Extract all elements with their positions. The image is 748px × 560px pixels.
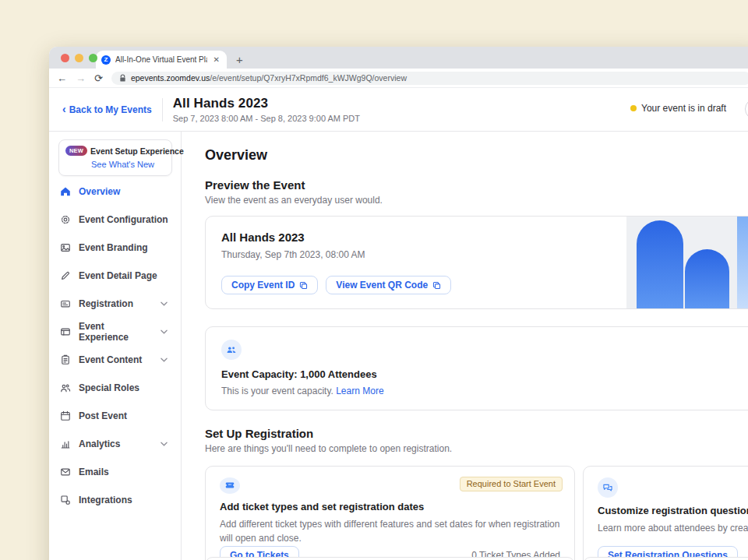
image-icon [60, 242, 71, 253]
new-badge: NEW [65, 146, 87, 156]
learn-more-link[interactable]: Learn More [336, 386, 383, 396]
sidebar-nav: Overview Event Configuration Event Brand… [58, 178, 172, 514]
registration-section-subtitle: Here are things you'll need to complete … [205, 443, 748, 454]
registration-questions-task-card: Customize registration questions Learn m… [583, 466, 748, 560]
publish-button[interactable] [745, 98, 748, 120]
sidebar-item-integrations[interactable]: Integrations [58, 486, 172, 514]
header-divider [162, 98, 163, 122]
browser-tab[interactable]: Z All-In-One Virtual Event Platfo ✕ [96, 51, 227, 69]
main-content: Overview Preview the Event View the even… [182, 132, 748, 560]
arch-shape [637, 220, 683, 308]
copy-event-id-button[interactable]: Copy Event ID [221, 276, 318, 294]
setup-experience-card: NEW Event Setup Experience See What's Ne… [58, 139, 172, 176]
people-icon [60, 382, 71, 393]
chevron-down-icon [161, 357, 168, 362]
tickets-task-card: Required to Start Event Add ticket types… [205, 466, 575, 560]
event-preview-card: All Hands 2023 Thursday, Sep 7th 2023, 0… [205, 216, 748, 309]
maximize-window-icon[interactable] [89, 54, 97, 62]
ticket-icon [220, 477, 240, 494]
chevron-down-icon [161, 301, 168, 306]
stage-icon [60, 326, 71, 337]
browser-tab-strip: Z All-In-One Virtual Event Platfo ✕ + [49, 47, 748, 69]
new-tab-button[interactable]: + [236, 53, 243, 66]
back-icon[interactable]: ← [57, 73, 67, 83]
event-title: All Hands 2023 [173, 96, 360, 111]
preview-section-subtitle: View the event as an everyday user would… [205, 195, 748, 206]
view-qr-code-button[interactable]: View Event QR Code [326, 276, 451, 294]
page-title: Overview [205, 147, 748, 164]
browser-toolbar: ← → ⟳ epevents.zoomdev.us/e/event/setup/… [49, 69, 748, 88]
task-title: Customize registration questions [598, 505, 748, 516]
required-badge: Required to Start Event [460, 477, 563, 491]
chevron-left-icon: ‹ [62, 104, 66, 114]
url-bar[interactable]: epevents.zoomdev.us/e/event/setup/Q7xryH… [111, 72, 748, 85]
calendar-icon [60, 410, 71, 421]
event-artwork [626, 217, 748, 308]
artwork-strip [737, 217, 748, 308]
see-whats-new-link[interactable]: See What's New [91, 160, 165, 169]
arch-shape [685, 249, 729, 308]
integrations-icon [60, 495, 71, 505]
copy-icon [432, 281, 441, 290]
minimize-window-icon[interactable] [75, 54, 83, 62]
task-description: Add different ticket types with differen… [220, 517, 560, 546]
window-controls[interactable] [61, 54, 97, 62]
preview-section-title: Preview the Event [205, 178, 748, 192]
event-header: ‹ Back to My Events All Hands 2023 Sep 7… [49, 88, 748, 132]
home-icon [60, 186, 71, 197]
browser-window: Z All-In-One Virtual Event Platfo ✕ + ← … [49, 47, 748, 560]
zoom-favicon-icon: Z [101, 55, 111, 65]
sidebar-item-emails[interactable]: Emails [58, 458, 172, 486]
sidebar-item-registration[interactable]: Registration [58, 290, 172, 318]
lock-icon [119, 74, 126, 83]
status-text: Your event is in draft [641, 103, 726, 114]
chat-bubbles-icon [598, 477, 618, 498]
tab-title: All-In-One Virtual Event Platfo [115, 55, 207, 64]
back-to-my-events-link[interactable]: ‹ Back to My Events [62, 104, 152, 115]
event-capacity-card: Event Capacity: 1,000 Attendees This is … [205, 326, 748, 410]
sidebar-item-analytics[interactable]: Analytics [58, 430, 172, 458]
sidebar-item-event-configuration[interactable]: Event Configuration [58, 206, 172, 234]
draft-status: Your event is in draft [630, 103, 726, 114]
clipboard-icon [60, 354, 71, 365]
gear-icon [60, 214, 71, 225]
task-card-partial [205, 557, 575, 560]
forward-icon[interactable]: → [76, 73, 86, 83]
sidebar-item-event-experience[interactable]: Event Experience [58, 318, 172, 346]
url-path: /e/event/setup/Q7xryH7xRpmdf6_kWJWg9Q/ov… [210, 73, 407, 83]
task-card-partial [583, 557, 748, 560]
close-tab-icon[interactable]: ✕ [212, 55, 221, 64]
card-icon [60, 298, 71, 309]
next-task-cards-partial [205, 557, 748, 560]
event-dates: Sep 7, 2023 8:00 AM - Sep 8, 2023 9:00 A… [173, 114, 360, 123]
capacity-title: Event Capacity: 1,000 Attendees [221, 368, 747, 380]
sidebar-item-post-event[interactable]: Post Event [58, 402, 172, 430]
copy-icon [299, 281, 308, 290]
sidebar-item-special-roles[interactable]: Special Roles [58, 374, 172, 402]
status-dot-icon [630, 105, 637, 111]
chevron-down-icon [161, 442, 168, 446]
chevron-down-icon [161, 329, 168, 334]
envelope-icon [60, 467, 71, 477]
setup-card-title: Event Setup Experience [90, 146, 184, 156]
capacity-description: This is your event capacity. Learn More [221, 386, 747, 396]
reload-icon[interactable]: ⟳ [94, 73, 103, 83]
sidebar-item-event-detail-page[interactable]: Event Detail Page [58, 262, 172, 290]
sidebar: NEW Event Setup Experience See What's Ne… [49, 132, 182, 560]
close-window-icon[interactable] [61, 54, 69, 62]
sidebar-item-event-content[interactable]: Event Content [58, 346, 172, 374]
registration-section-title: Set Up Registration [205, 427, 748, 440]
attendees-icon [221, 340, 242, 360]
url-host: epevents.zoomdev.us [131, 73, 210, 83]
bar-chart-icon [60, 438, 71, 449]
sidebar-item-overview[interactable]: Overview [58, 178, 172, 206]
task-title: Add ticket types and set registration da… [220, 501, 560, 512]
sidebar-item-event-branding[interactable]: Event Branding [58, 234, 172, 262]
task-description: Learn more about attendees by creating c… [598, 521, 748, 536]
pencil-icon [60, 270, 71, 281]
